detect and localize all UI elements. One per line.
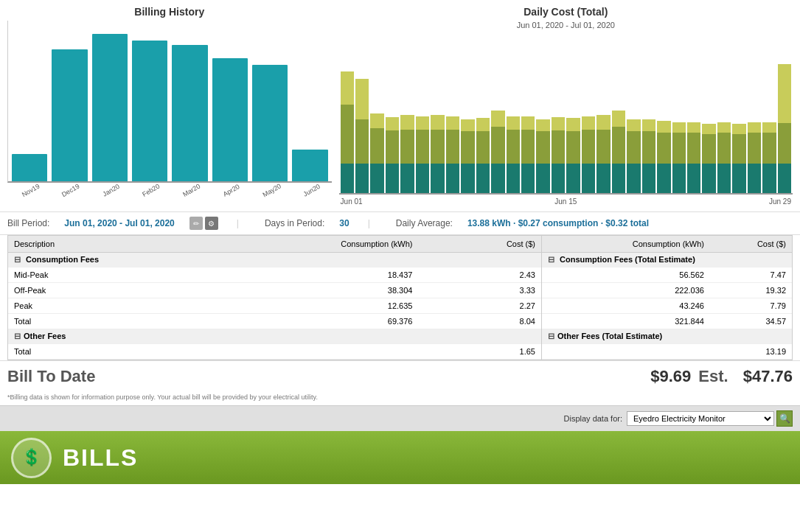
daily-x-label: Jun 29 [769, 197, 791, 206]
teal-bar [400, 164, 414, 193]
daily-bar-group [370, 32, 383, 193]
olive-bar [416, 130, 429, 164]
daily-cost-chart: Daily Cost (Total) Jun 01, 2020 - Jul 01… [339, 6, 793, 209]
olive-bar [687, 133, 700, 164]
daily-bar-group [612, 32, 625, 193]
search-button[interactable]: 🔍 [776, 410, 793, 427]
daily-bar-group [627, 32, 640, 193]
separator2: | [368, 218, 370, 228]
light-bar [717, 122, 731, 133]
teal-bar [748, 164, 761, 193]
right-kwh-header: Consumption (kWh) [542, 236, 710, 253]
billing-bar [92, 34, 128, 181]
olive-bar [476, 131, 490, 164]
daily-bar-group [536, 32, 549, 193]
teal-bar [762, 164, 776, 193]
row-cost: 2.27 [418, 298, 541, 314]
teal-bar [582, 164, 595, 193]
bill-period-row: Bill Period: Jun 01, 2020 - Jul 01, 2020… [0, 211, 800, 235]
olive-bar [355, 119, 369, 164]
light-bar [566, 118, 580, 131]
teal-bar [717, 164, 731, 193]
teal-bar [536, 164, 549, 193]
daily-bar-group [657, 32, 670, 193]
row-kwh: 43.246 [542, 298, 710, 314]
daily-x-label: Jun 01 [341, 197, 363, 206]
teal-bar [687, 164, 700, 193]
settings-icon[interactable]: ⚙ [205, 217, 218, 230]
daily-bar-group [386, 32, 399, 193]
olive-bar [370, 128, 383, 164]
light-bar [521, 116, 535, 130]
table-row: 56.5627.47 [542, 267, 792, 283]
olive-bar [552, 130, 565, 164]
days-value: 30 [339, 218, 349, 228]
daily-bar-group [762, 32, 776, 193]
table-row: 222.03619.32 [542, 283, 792, 298]
row-desc: Mid-Peak [8, 267, 167, 283]
olive-bar [566, 131, 580, 164]
table-row: Peak12.6352.27 [8, 298, 541, 314]
daily-cost-bars [339, 32, 793, 195]
table-row: 321.84434.57 [542, 314, 792, 329]
light-bar [552, 117, 565, 130]
daily-bar-group [748, 32, 761, 193]
teal-bar [461, 164, 474, 193]
bills-label: Bills [63, 444, 138, 472]
kwh-header: Consumption (kWh) [167, 236, 419, 253]
row-cost: 3.33 [418, 283, 541, 298]
right-other-fees-header: ⊟Other Fees (Total Estimate) [542, 329, 792, 344]
billing-bar [12, 154, 47, 181]
olive-bar [446, 130, 459, 164]
teal-bar [431, 164, 444, 193]
daily-bar-group [596, 32, 610, 193]
billing-history-chart: Billing History Nov19Dec19Jan20Feb20Mar2… [7, 6, 332, 209]
olive-bar [612, 127, 625, 164]
light-bar [416, 116, 429, 130]
teal-bar [370, 164, 383, 193]
light-bar [476, 118, 490, 131]
olive-bar [717, 133, 731, 164]
right-consumption-fees-header: ⊟ Consumption Fees (Total Estimate) [542, 253, 792, 267]
billing-bar [172, 45, 207, 181]
light-bar [732, 124, 745, 134]
display-data-select[interactable]: Eyedro Electricity Monitor [627, 411, 774, 426]
teal-bar [386, 164, 399, 193]
row-cost: 7.47 [710, 267, 792, 283]
pencil-icon[interactable]: ✏ [189, 217, 203, 230]
billing-bar [252, 65, 288, 181]
other-fees-header: ⊟Other Fees [8, 329, 541, 344]
table-row: Mid-Peak18.4372.43 [8, 267, 541, 283]
olive-bar [431, 130, 444, 164]
row-kwh: 69.376 [167, 314, 419, 329]
teal-bar [476, 164, 490, 193]
olive-bar [582, 130, 595, 164]
daily-bar-group [446, 32, 459, 193]
light-bar [386, 117, 399, 130]
table-row: Total69.3768.04 [8, 314, 541, 329]
teal-bar [627, 164, 640, 193]
daily-bar-group [341, 32, 354, 193]
consumption-fees-header: ⊟ Consumption Fees [8, 253, 541, 267]
teal-bar [552, 164, 565, 193]
footer: Display data for: Eyedro Electricity Mon… [0, 405, 800, 431]
bill-to-date-label: Bill To Date [7, 367, 650, 386]
daily-x-label: Jun 15 [554, 197, 577, 206]
olive-bar [491, 127, 504, 164]
teal-bar [507, 164, 520, 193]
daily-bar-group [552, 32, 565, 193]
olive-bar [627, 131, 640, 164]
row-kwh [167, 344, 419, 360]
daily-bar-group [732, 32, 745, 193]
row-kwh: 12.635 [167, 298, 419, 314]
light-bar [446, 116, 459, 130]
est-label: Est. [698, 367, 728, 386]
light-bar [370, 113, 383, 128]
billing-bar [292, 150, 327, 181]
charts-row: Billing History Nov19Dec19Jan20Feb20Mar2… [0, 0, 800, 211]
row-kwh: 38.304 [167, 283, 419, 298]
teal-bar [416, 164, 429, 193]
row-cost: 2.43 [418, 267, 541, 283]
olive-bar [507, 130, 520, 164]
desc-header: Description [8, 236, 167, 253]
